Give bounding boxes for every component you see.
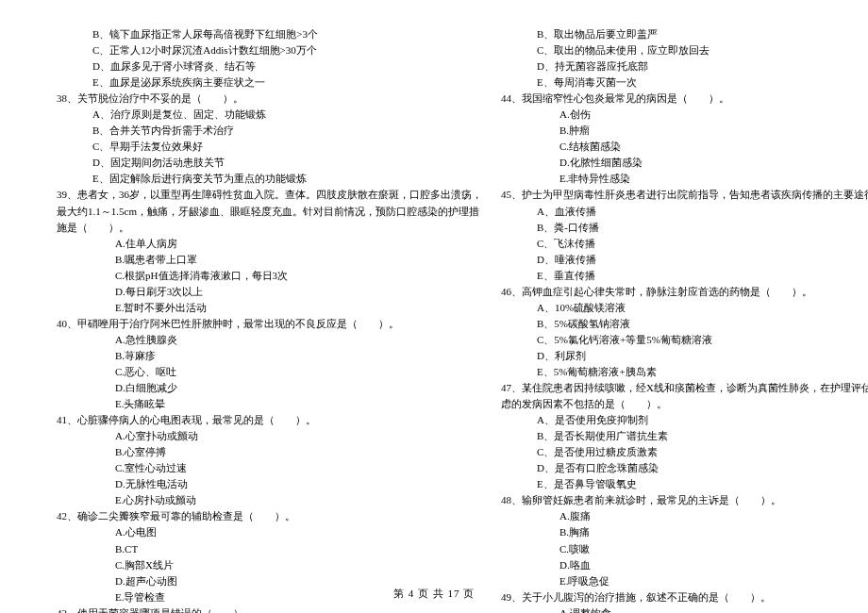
option-text: B.胸痛 — [501, 524, 868, 540]
option-text: A、血液传播 — [501, 204, 868, 220]
option-text: D.无脉性电活动 — [57, 476, 482, 492]
right-column: B、取出物品后要立即盖严 C、取出的物品未使用，应立即放回去 D、持无菌容器应托… — [492, 26, 868, 585]
option-text: C.恶心、呕吐 — [57, 364, 482, 380]
question-stem: 41、心脏骤停病人的心电图表现，最常见的是（ ）。 — [57, 412, 482, 428]
question-stem: 38、关节脱位治疗中不妥的是（ ）。 — [57, 91, 482, 107]
option-text: E、每周消毒灭菌一次 — [501, 75, 868, 91]
option-text: B、镜下血尿指正常人尿每高倍视野下红细胞>3个 — [57, 26, 482, 42]
option-text: E、血尿是泌尿系统疾病主要症状之一 — [57, 75, 482, 91]
question-stem: 39、患者女，36岁，以重型再生障碍性贫血入院。查体。四肢皮肤散在瘀斑，口腔多出… — [57, 187, 482, 203]
option-text: E、是否鼻导管吸氧史 — [501, 476, 868, 492]
question-stem: 40、甲硝唑用于治疗阿米巴性肝脓肿时，最常出现的不良反应是（ ）。 — [57, 316, 482, 332]
option-text: D、唾液传播 — [501, 252, 868, 268]
option-text: A、10%硫酸镁溶液 — [501, 300, 868, 316]
question-stem: 44、我国缩窄性心包炎最常见的病因是（ ）。 — [501, 91, 868, 107]
option-text: B、取出物品后要立即盖严 — [501, 26, 868, 42]
option-text: D、固定期间勿活动患肢关节 — [57, 155, 482, 171]
option-text: A、治疗原则是复位、固定、功能锻炼 — [57, 107, 482, 123]
question-stem: 46、高钾血症引起心律失常时，静脉注射应首选的药物是（ ）。 — [501, 284, 868, 300]
option-text: B、是否长期使用广谱抗生素 — [501, 428, 868, 444]
option-text: D.每日刷牙3次以上 — [57, 284, 482, 300]
option-text: C.室性心动过速 — [57, 460, 482, 476]
option-text: E、固定解除后进行病变关节为重点的功能锻炼 — [57, 171, 482, 187]
option-text: A.住单人病房 — [57, 236, 482, 252]
option-text: C.结核菌感染 — [501, 139, 868, 155]
option-text: A.心电图 — [57, 524, 482, 540]
option-text: D、利尿剂 — [501, 348, 868, 364]
option-text: E、垂直传播 — [501, 268, 868, 284]
option-text: E.心房扑动或颤动 — [57, 492, 482, 508]
option-text: A.急性胰腺炎 — [57, 332, 482, 348]
option-text: B、5%碳酸氢钠溶液 — [501, 316, 868, 332]
option-text: B.肿瘤 — [501, 123, 868, 139]
option-text: D.化脓性细菌感染 — [501, 155, 868, 171]
option-text: E.暂时不要外出活动 — [57, 300, 482, 316]
option-text: D.咯血 — [501, 557, 868, 573]
left-column: B、镜下血尿指正常人尿每高倍视野下红细胞>3个 C、正常人12小时尿沉渣Addi… — [47, 26, 492, 585]
option-text: B、粪-口传播 — [501, 220, 868, 236]
option-text: A.腹痛 — [501, 508, 868, 524]
option-text: C.根据pH值选择消毒液漱口，每日3次 — [57, 268, 482, 284]
option-text: E.头痛眩晕 — [57, 396, 482, 412]
question-stem: 虑的发病因素不包括的是（ ）。 — [501, 396, 868, 412]
question-stem: 48、输卵管妊娠患者前来就诊时，最常见的主诉是（ ）。 — [501, 492, 868, 508]
option-text: C.胸部X线片 — [57, 557, 482, 573]
option-text: C、取出的物品未使用，应立即放回去 — [501, 42, 868, 58]
question-stem: 42、确诊二尖瓣狭窄最可靠的辅助检查是（ ）。 — [57, 508, 482, 524]
option-text: D.白细胞减少 — [57, 380, 482, 396]
option-text: B.心室停搏 — [57, 444, 482, 460]
option-text: A.调整饮食 — [501, 605, 868, 613]
option-text: B、合并关节内骨折需手术治疗 — [57, 123, 482, 139]
page-footer: 第 4 页 共 17 页 — [0, 586, 868, 602]
option-text: C.咳嗽 — [501, 541, 868, 557]
option-text: E、5%葡萄糖溶液+胰岛素 — [501, 364, 868, 380]
option-text: B.嘱患者带上口罩 — [57, 252, 482, 268]
question-stem: 47、某住院患者因持续咳嗽，经X线和痰菌检查，诊断为真菌性肺炎，在护理评估时，需… — [501, 380, 868, 396]
question-stem: 43、使用无菌容器哪项是错误的（ ）。 — [57, 605, 482, 613]
option-text: D、血尿多见于肾小球肾炎、结石等 — [57, 58, 482, 75]
option-text: B.CT — [57, 541, 482, 557]
option-text: C、早期手法复位效果好 — [57, 139, 482, 155]
question-stem: 45、护士为甲型病毒性肝炎患者进行出院前指导，告知患者该疾病传播的主要途径是（ … — [501, 187, 868, 203]
option-text: B.荨麻疹 — [57, 348, 482, 364]
option-text: D、是否有口腔念珠菌感染 — [501, 460, 868, 476]
option-text: A.创伤 — [501, 107, 868, 123]
option-text: D、持无菌容器应托底部 — [501, 58, 868, 75]
option-text: A.心室扑动或颤动 — [57, 428, 482, 444]
option-text: C、正常人12小时尿沉渣Addis计数红细胞>30万个 — [57, 42, 482, 58]
page-content: B、镜下血尿指正常人尿每高倍视野下红细胞>3个 C、正常人12小时尿沉渣Addi… — [0, 0, 868, 585]
question-stem: 最大约1.1～1.5cm，触痛，牙龈渗血、眼眶轻度充血。针对目前情况，预防口腔感… — [57, 204, 482, 220]
question-stem: 施是（ ）。 — [57, 220, 482, 236]
option-text: C、飞沫传播 — [501, 236, 868, 252]
option-text: C、5%氯化钙溶液+等量5%葡萄糖溶液 — [501, 332, 868, 348]
option-text: E.非特异性感染 — [501, 171, 868, 187]
option-text: C、是否使用过糖皮质激素 — [501, 444, 868, 460]
option-text: A、是否使用免疫抑制剂 — [501, 412, 868, 428]
